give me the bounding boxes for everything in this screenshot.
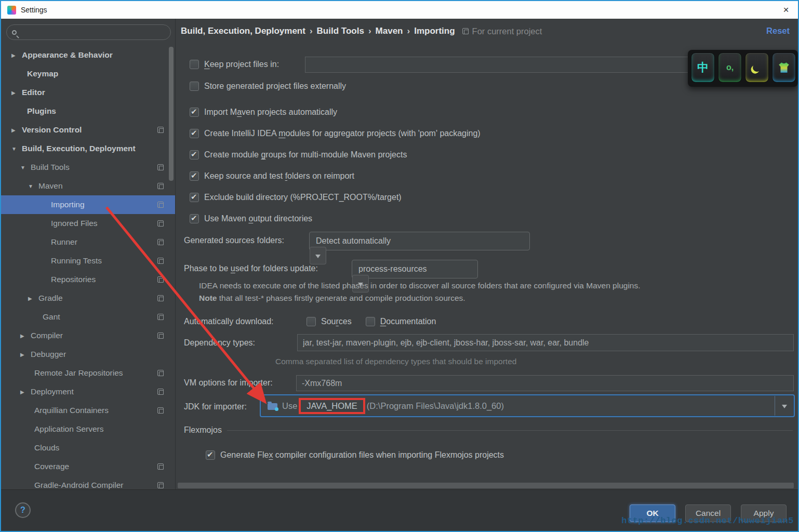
sidebar-item-running-tests[interactable]: Running Tests — [1, 251, 175, 270]
sidebar-item-compiler[interactable]: ▶Compiler — [1, 326, 175, 345]
project-scope-icon — [157, 239, 164, 245]
breadcrumb-separator: › — [407, 26, 410, 36]
sidebar-item-label: Keymap — [27, 69, 58, 78]
auto-download-options: SourcesDocumentation — [307, 317, 436, 326]
sidebar-item-application-servers[interactable]: Application Servers — [1, 420, 175, 438]
breadcrumb-item[interactable]: Maven — [376, 26, 403, 36]
sidebar-item-debugger[interactable]: ▶Debugger — [1, 345, 175, 364]
chevron-expanded-icon[interactable]: ▼ — [20, 165, 31, 170]
sidebar-item-label: Arquillian Containers — [34, 406, 109, 415]
horizontal-scrollbar[interactable] — [178, 483, 794, 488]
ime-key[interactable]: o, — [718, 52, 742, 83]
sidebar-item-runner[interactable]: Runner — [1, 233, 175, 251]
sidebar-item-build-execution-deployment[interactable]: ▼Build, Execution, Deployment — [1, 139, 175, 158]
dropdown-arrow-button[interactable] — [775, 396, 793, 416]
sidebar-item-label: Running Tests — [51, 256, 102, 265]
generated-sources-label: Generated sources folders: — [184, 236, 284, 245]
breadcrumb-item[interactable]: Importing — [414, 26, 455, 36]
generate-flex-checkbox[interactable] — [206, 450, 215, 460]
ime-key[interactable] — [772, 52, 796, 83]
sidebar-item-gant[interactable]: Gant — [1, 308, 175, 326]
chevron-collapsed-icon[interactable]: ▶ — [20, 352, 31, 357]
option-label: Use Maven output directories — [204, 214, 312, 223]
chevron-collapsed-icon[interactable]: ▶ — [11, 127, 22, 133]
reset-link[interactable]: Reset — [766, 26, 790, 36]
phase-label: Phase to be used for folders update: — [184, 264, 318, 273]
sidebar-item-label: Maven — [38, 181, 63, 191]
sidebar-item-repositories[interactable]: Repositories — [1, 270, 175, 289]
chevron-expanded-icon[interactable]: ▼ — [28, 183, 38, 189]
sidebar-item-label: Ignored Files — [51, 219, 98, 228]
documentation-checkbox[interactable] — [366, 317, 375, 326]
option-checkbox[interactable] — [190, 214, 199, 223]
option-checkbox[interactable] — [190, 129, 199, 138]
sidebar-item-label: Coverage — [34, 462, 69, 471]
sidebar-item-coverage[interactable]: Coverage — [1, 457, 175, 476]
sidebar-item-appearance-behavior[interactable]: ▶Appearance & Behavior — [1, 46, 175, 64]
generated-sources-dropdown[interactable]: Detect automatically — [309, 232, 530, 250]
phase-help-line2: Note that all test-* phases firstly gene… — [199, 294, 465, 303]
sidebar-scrollbar[interactable] — [169, 47, 174, 181]
chevron-collapsed-icon[interactable]: ▶ — [11, 90, 22, 96]
sources-checkbox[interactable] — [307, 317, 316, 326]
generated-sources-value: Detect automatically — [310, 236, 529, 246]
chevron-expanded-icon[interactable]: ▼ — [11, 146, 22, 152]
phase-help-note: Note — [199, 294, 217, 302]
sidebar-item-maven[interactable]: ▼Maven — [1, 177, 175, 195]
ime-key[interactable] — [745, 52, 769, 83]
store-externally-checkbox[interactable] — [190, 82, 199, 91]
jdk-importer-combobox[interactable]: Use JAVA_HOME (D:\Program Files\Java\jdk… — [261, 395, 794, 416]
ime-key[interactable]: 中 — [691, 52, 715, 83]
sidebar-item-keymap[interactable]: Keymap — [1, 64, 175, 83]
sidebar-item-label: Version Control — [22, 125, 82, 135]
sidebar-item-label: Gant — [43, 312, 60, 322]
sidebar-item-importing[interactable]: Importing — [1, 195, 175, 214]
chevron-collapsed-icon[interactable]: ▶ — [28, 296, 38, 301]
option-checkbox[interactable] — [190, 108, 199, 117]
sidebar-item-arquillian-containers[interactable]: Arquillian Containers — [1, 401, 175, 420]
keep-project-files-checkbox[interactable] — [190, 60, 199, 69]
option-checkbox-row: Create IntelliJ IDEA modules for aggrega… — [190, 125, 793, 142]
chevron-collapsed-icon[interactable]: ▶ — [20, 333, 31, 339]
dependency-types-label: Dependency types: — [184, 338, 255, 348]
option-checkbox-row: Use Maven output directories — [190, 210, 793, 228]
search-box[interactable] — [6, 24, 171, 40]
search-input[interactable] — [21, 28, 165, 37]
chinese-input-icon: 中 — [697, 60, 709, 75]
sidebar-item-ignored-files[interactable]: Ignored Files — [1, 214, 175, 233]
breadcrumb-item[interactable]: Build, Execution, Deployment — [181, 26, 305, 36]
sidebar-item-build-tools[interactable]: ▼Build Tools — [1, 158, 175, 177]
chevron-collapsed-icon[interactable]: ▶ — [11, 52, 22, 58]
option-checkbox[interactable] — [190, 193, 199, 202]
chevron-collapsed-icon[interactable]: ▶ — [20, 389, 31, 395]
option-checkbox[interactable] — [190, 150, 199, 159]
chevron-down-icon — [782, 405, 787, 411]
sidebar-item-remote-jar-repositories[interactable]: Remote Jar Repositories — [1, 364, 175, 382]
close-icon[interactable]: × — [774, 1, 798, 19]
project-scope-icon — [157, 164, 164, 170]
sidebar-item-gradle[interactable]: ▶Gradle — [1, 289, 175, 308]
csdn-watermark: http://blog.csdn.net/huweijian5 — [621, 516, 794, 526]
dependency-types-input[interactable] — [297, 334, 794, 351]
vm-options-label: VM options for importer: — [184, 378, 273, 388]
sidebar-item-clouds[interactable]: Clouds — [1, 438, 175, 457]
option-checkbox-row: Exclude build directory (%PROJECT_ROOT%/… — [190, 189, 793, 206]
project-scope-icon — [157, 183, 164, 189]
sidebar-item-plugins[interactable]: Plugins — [1, 102, 175, 121]
sidebar-item-editor[interactable]: ▶Editor — [1, 83, 175, 102]
sidebar-item-gradle-android-compiler[interactable]: Gradle-Android Compiler — [1, 476, 175, 489]
option-checkbox[interactable] — [190, 171, 199, 181]
vm-options-input[interactable] — [296, 375, 794, 391]
folder-icon — [268, 403, 277, 410]
phase-row: Phase to be used for folders update: — [184, 260, 793, 277]
window-title: Settings — [21, 6, 47, 14]
help-button[interactable]: ? — [15, 502, 31, 518]
sidebar-item-deployment[interactable]: ▶Deployment — [1, 382, 175, 401]
dialog-footer: ? OK Cancel Apply http://blog.csdn.net/h… — [1, 489, 798, 531]
sidebar-item-label: Gradle — [38, 294, 63, 303]
sidebar-item-version-control[interactable]: ▶Version Control — [1, 121, 175, 139]
sidebar-item-label: Deployment — [31, 387, 74, 396]
breadcrumb-item[interactable]: Build Tools — [317, 26, 364, 36]
phase-dropdown[interactable]: process-resources — [352, 260, 478, 278]
sidebar-item-label: Compiler — [31, 331, 63, 340]
